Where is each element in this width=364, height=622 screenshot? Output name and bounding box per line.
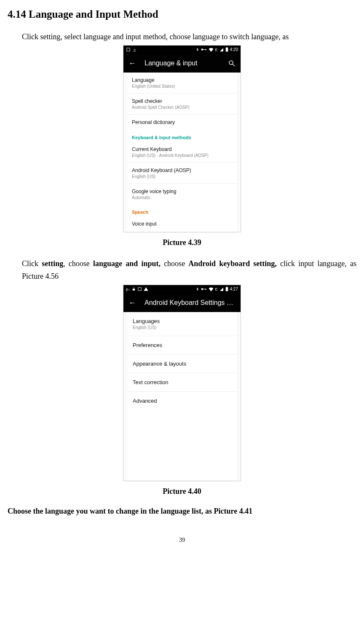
battery-icon — [225, 287, 228, 291]
text-span: choose — [161, 259, 188, 268]
text-bold: language and input, — [93, 259, 161, 268]
wifi-icon — [209, 287, 214, 291]
setting-sub: English (US) — [133, 325, 231, 330]
screenshot-phone-2: p↓ — [123, 285, 241, 481]
svg-rect-6 — [226, 47, 227, 48]
key-icon — [201, 48, 207, 51]
status-time: 4:20 — [230, 47, 238, 52]
svg-rect-16 — [226, 287, 227, 287]
svg-rect-15 — [225, 287, 228, 291]
setting-sub: Android Spell Checker (AOSP) — [132, 105, 232, 110]
screenshot-icon — [137, 287, 142, 291]
appbar-title: Android Keyboard Settings (A... — [145, 299, 236, 307]
setting-title: Android Keyboard (AOSP) — [132, 167, 232, 173]
svg-rect-12 — [203, 289, 206, 289]
bluetooth-icon — [195, 287, 199, 291]
text-bold: setting — [42, 259, 63, 268]
svg-point-11 — [201, 288, 203, 290]
battery-icon — [225, 47, 228, 52]
setting-title: Appearance & layouts — [133, 361, 231, 367]
strong-instruction: Choose the language you want to change i… — [8, 507, 356, 516]
setting-title: Google voice typing — [132, 188, 232, 194]
page-number: 39 — [0, 537, 364, 544]
download-icon — [132, 47, 137, 52]
setting-sub: English (United States) — [132, 84, 232, 89]
svg-rect-2 — [203, 49, 206, 50]
setting-item-voice-typing[interactable]: Google voice typing Automatic — [127, 183, 237, 205]
setting-title: Voice input — [132, 221, 232, 227]
setting-item-languages[interactable]: Languages English (US) — [127, 312, 237, 336]
back-icon[interactable]: ← — [128, 299, 136, 307]
setting-sub: English (US) - Android Keyboard (AOSP) — [132, 153, 232, 158]
svg-rect-0 — [127, 48, 130, 51]
section-heading: 4.14 Language and Input Method — [8, 8, 356, 20]
setting-title: Language — [132, 77, 232, 83]
back-icon[interactable]: ← — [128, 59, 136, 67]
screenshot-phone-1: E 4:20 ← Language & input — [123, 45, 241, 232]
section-header-keyboard: Keyboard & input methods — [127, 130, 237, 142]
status-time: 4:27 — [230, 287, 238, 291]
setting-sub: Automatic — [132, 195, 232, 200]
wifi-icon — [209, 48, 214, 52]
signal-icon — [219, 48, 224, 52]
svg-rect-3 — [205, 49, 205, 50]
lock-icon — [132, 287, 136, 291]
app-bar: ← Android Keyboard Settings (A... — [123, 293, 241, 312]
setting-item-advanced[interactable]: Advanced — [127, 391, 237, 410]
warning-icon — [144, 287, 148, 291]
setting-title: Spell checker — [132, 98, 232, 104]
svg-rect-5 — [225, 48, 228, 51]
setting-item-dictionary[interactable]: Personal dictionary — [127, 114, 237, 130]
setting-title: Personal dictionary — [132, 119, 232, 125]
setting-item-current-keyboard[interactable]: Current Keyboard English (US) - Android … — [127, 142, 237, 162]
bluetooth-icon — [195, 47, 199, 52]
signal-label: E — [215, 287, 218, 291]
svg-rect-10 — [138, 288, 141, 291]
app-bar: ← Language & input — [123, 54, 241, 73]
signal-label: E — [215, 48, 218, 52]
setting-item-text-correction[interactable]: Text correction — [127, 373, 237, 391]
setting-item-language[interactable]: Language English (United States) — [127, 73, 237, 93]
setting-title: Languages — [133, 318, 231, 324]
setting-item-voice-input[interactable]: Voice input — [127, 216, 237, 232]
search-icon[interactable] — [228, 59, 236, 67]
status-bar: p↓ — [123, 285, 241, 293]
key-icon — [201, 287, 207, 291]
svg-rect-9 — [132, 289, 134, 291]
status-bar: E 4:20 — [123, 46, 241, 54]
setting-title: Advanced — [133, 398, 231, 404]
text-span: , choose — [63, 259, 93, 268]
svg-point-1 — [201, 48, 203, 51]
svg-rect-13 — [205, 289, 205, 290]
setting-title: Text correction — [133, 379, 231, 385]
appbar-title: Language & input — [145, 59, 219, 67]
setting-item-android-keyboard[interactable]: Android Keyboard (AOSP) English (US) — [127, 162, 237, 183]
caption-1: Picture 4.39 — [8, 238, 356, 247]
paragraph-2: Click setting, choose language and input… — [22, 257, 356, 283]
setting-item-appearance[interactable]: Appearance & layouts — [127, 354, 237, 373]
setting-title: Current Keyboard — [132, 146, 232, 152]
svg-rect-14 — [206, 289, 206, 290]
intro-paragraph: Click setting, select language and input… — [22, 30, 356, 43]
setting-sub: English (US) — [132, 174, 232, 179]
screenshot-icon — [126, 47, 131, 52]
text-bold: Android keyboard setting, — [188, 259, 277, 268]
caption-2: Picture 4.40 — [8, 487, 356, 496]
setting-item-spellchecker[interactable]: Spell checker Android Spell Checker (AOS… — [127, 93, 237, 114]
setting-title: Preferences — [133, 342, 231, 348]
svg-line-8 — [233, 64, 235, 66]
section-header-speech: Speech — [127, 205, 237, 216]
status-label: p↓ — [126, 287, 130, 291]
svg-point-7 — [229, 61, 233, 65]
text-span: Click — [22, 259, 42, 268]
svg-rect-4 — [206, 49, 206, 50]
setting-item-preferences[interactable]: Preferences — [127, 336, 237, 354]
signal-icon — [219, 287, 224, 291]
